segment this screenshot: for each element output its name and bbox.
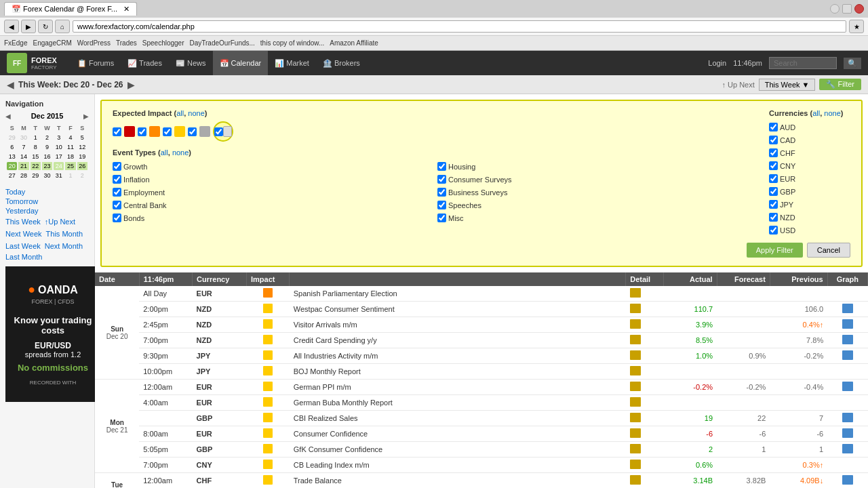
detail-icon[interactable] [630,304,641,313]
up-next-link[interactable]: ↑Up Next [45,218,75,226]
cal-day[interactable]: 25 [65,162,75,170]
event-types-none-link[interactable]: none [172,148,189,157]
central-bank-check[interactable] [113,201,121,209]
impact-none-link[interactable]: none [188,109,204,117]
nav-forums[interactable]: 📋 Forums [71,51,121,75]
impact-all-link[interactable]: all [176,109,184,117]
graph-icon[interactable] [842,428,853,438]
ad-banner[interactable]: ● OANDA FOREX | CFDS Know your trading c… [5,266,100,402]
this-week-link[interactable]: This Week [5,218,41,226]
cal-day[interactable]: 22 [31,162,41,170]
graph-icon[interactable] [842,413,853,422]
cal-day[interactable]: 2 [77,171,87,180]
minimize-button[interactable] [830,4,840,14]
impact-all-check[interactable] [113,127,121,136]
cal-day[interactable]: 1 [65,171,75,180]
prev-week-arrow[interactable]: ◀ [7,79,14,90]
cal-day[interactable]: 13 [7,152,17,161]
graph-icon[interactable] [842,304,853,313]
cal-day[interactable]: 17 [54,152,64,161]
graph-icon[interactable] [842,444,853,453]
speeches-check[interactable] [437,201,446,209]
misc-check[interactable] [437,214,446,222]
bonds-check[interactable] [113,214,121,222]
bookmark-fxedge[interactable]: FxEdge [4,39,27,47]
today-link[interactable]: Today [5,188,89,196]
currencies-none-link[interactable]: none [824,109,840,117]
cal-day[interactable]: 7 [18,143,28,151]
usd-check[interactable] [769,226,778,235]
bookmark-copy[interactable]: this copy of window... [260,39,325,47]
next-week-arrow[interactable]: ▶ [127,79,135,90]
cal-day[interactable]: 6 [7,143,17,151]
cal-day[interactable]: 30 [18,134,28,142]
bookmark-daytrade[interactable]: DayTradeOurFunds... [190,39,255,47]
nav-news[interactable]: 📰 News [169,51,213,75]
cal-day[interactable]: 8 [31,143,41,151]
bookmark-speechlogger[interactable]: Speechlogger [142,39,184,47]
cal-day[interactable]: 1 [31,134,41,142]
cal-day[interactable]: 18 [65,152,75,161]
detail-icon[interactable] [630,413,641,422]
this-week-button[interactable]: This Week ▼ [759,79,816,91]
currencies-all-link[interactable]: all [812,109,820,117]
event-types-all-link[interactable]: all [161,148,168,157]
last-month-link[interactable]: Last Month [5,253,89,261]
cal-day[interactable]: 9 [42,143,52,151]
detail-icon[interactable] [630,382,641,391]
cal-day[interactable]: 12 [77,143,87,151]
cal-day[interactable]: 24 [54,162,64,170]
star-button[interactable]: ★ [849,20,864,33]
bookmark-engagecrm[interactable]: EngageCRM [33,39,71,47]
reload-button[interactable]: ↻ [38,20,53,33]
apply-filter-button[interactable]: Apply Filter [747,243,803,258]
close-tab-icon[interactable]: ✕ [123,5,130,13]
cal-day[interactable]: 29 [31,171,41,180]
bookmark-amazon[interactable]: Amazon Affiliate [330,39,378,47]
close-button[interactable] [854,4,864,14]
cal-day[interactable]: 31 [54,171,64,180]
cal-day[interactable]: 26 [77,162,87,170]
detail-icon[interactable] [630,319,641,329]
detail-icon[interactable] [630,366,641,375]
cny-check[interactable] [769,161,778,170]
nav-trades[interactable]: 📈 Trades [121,51,169,75]
next-month-link[interactable]: Next Month [45,242,83,250]
detail-icon[interactable] [630,335,641,344]
forward-button[interactable]: ▶ [21,20,36,33]
browser-tab[interactable]: 📅 Forex Calendar @ Forex F... ✕ [4,2,137,16]
cal-day[interactable]: 19 [77,152,87,161]
chf-check[interactable] [769,148,778,157]
cal-day[interactable]: 14 [18,152,28,161]
cal-day[interactable]: 27 [7,171,17,180]
up-next-button[interactable]: ↑ Up Next [722,81,754,89]
cal-day[interactable]: 30 [42,171,52,180]
cal-day[interactable]: 23 [42,162,52,170]
next-week-link[interactable]: Next Week [5,230,42,238]
impact-gray-check[interactable] [188,127,197,136]
business-surveys-check[interactable] [437,188,446,197]
cal-day[interactable]: 4 [65,134,75,142]
aud-check[interactable] [769,123,778,131]
this-month-link[interactable]: This Month [46,230,83,238]
cal-day[interactable]: 3 [54,134,64,142]
cal-day[interactable]: 15 [31,152,41,161]
search-input[interactable] [769,57,837,69]
gbp-check[interactable] [769,187,778,196]
cal-day[interactable]: 16 [42,152,52,161]
graph-icon[interactable] [842,335,853,344]
detail-icon[interactable] [630,288,641,298]
nav-market[interactable]: 📊 Market [268,51,316,75]
jpy-check[interactable] [769,200,778,209]
housing-check[interactable] [437,162,446,171]
filter-button[interactable]: 🔧 Filter [819,79,861,90]
search-button[interactable]: 🔍 [844,58,861,69]
yesterday-link[interactable]: Yesterday [5,207,89,215]
last-week-link[interactable]: Last Week [5,242,41,250]
bookmark-trades[interactable]: Trades [116,39,137,47]
cal-prev-arrow[interactable]: ◀ [5,113,11,120]
graph-icon[interactable] [842,475,853,485]
cal-day[interactable]: 11 [65,143,75,151]
nav-brokers[interactable]: 🏦 Brokers [316,51,367,75]
graph-icon[interactable] [842,350,853,360]
